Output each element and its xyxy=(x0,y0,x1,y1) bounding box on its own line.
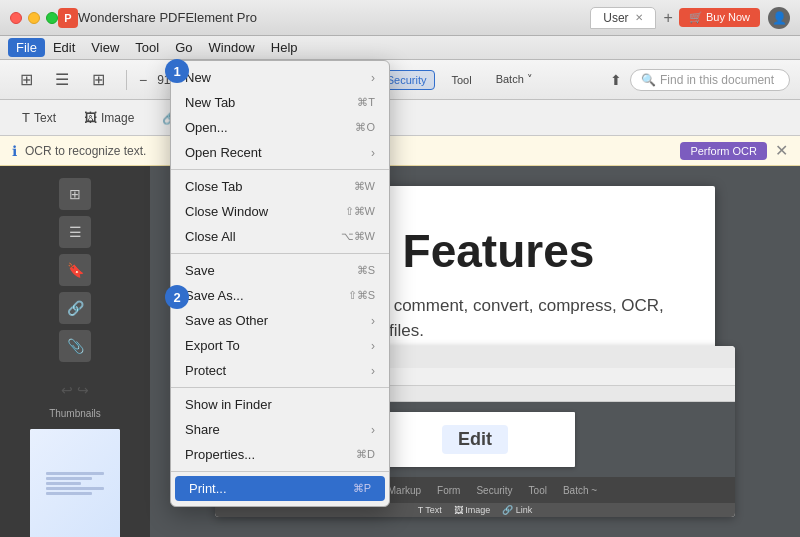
grid-button[interactable]: ⊞ xyxy=(82,64,114,96)
menu-item-share[interactable]: Share › xyxy=(171,417,389,442)
thumb-line xyxy=(46,477,92,480)
new-tab-button[interactable]: + xyxy=(658,7,679,29)
sidebar-toggle-button[interactable]: ⊞ xyxy=(10,64,42,96)
pages-tool[interactable]: ⊞ xyxy=(59,178,91,210)
search-box[interactable]: 🔍 Find in this document xyxy=(630,69,790,91)
menu-item-save-as[interactable]: Save As... ⇧⌘S xyxy=(171,283,389,308)
menu-separator xyxy=(171,471,389,472)
menu-separator xyxy=(171,169,389,170)
thumbnail-page-5[interactable]: 5 xyxy=(30,429,120,537)
search-icon: 🔍 xyxy=(641,73,656,87)
redo-button[interactable]: ↪ xyxy=(77,382,89,398)
menu-item-open-recent[interactable]: Open Recent › xyxy=(171,140,389,165)
app-title: Wondershare PDFElement Pro xyxy=(78,10,590,25)
menu-item-properties[interactable]: Properties... ⌘D xyxy=(171,442,389,467)
mini-page: Edit xyxy=(375,412,575,467)
image-button[interactable]: 🖼 Image xyxy=(74,107,144,128)
toolbar-view-buttons: ⊞ ☰ ⊞ xyxy=(10,64,114,96)
menu-item-save-as-other[interactable]: Save as Other › xyxy=(171,308,389,333)
menu-item-label: Close All xyxy=(185,229,236,244)
thumb-line xyxy=(46,482,80,485)
menu-separator xyxy=(171,253,389,254)
menu-item-save[interactable]: Save ⌘S xyxy=(171,258,389,283)
titlebar: P Wondershare PDFElement Pro User ✕ + 🛒 … xyxy=(0,0,800,36)
menu-item-close-all[interactable]: Close All ⌥⌘W xyxy=(171,224,389,249)
badge-1: 1 xyxy=(165,59,189,83)
mini-edit-text: Edit xyxy=(442,425,508,454)
tab-user[interactable]: User ✕ xyxy=(590,7,655,29)
thumbnail-list: 5 6 xyxy=(30,429,120,537)
shortcut-label: ⌘W xyxy=(354,180,375,193)
menu-file[interactable]: File xyxy=(8,38,45,57)
info-icon: ℹ xyxy=(12,143,17,159)
shortcut-label: ⌘P xyxy=(353,482,371,495)
share-icon[interactable]: ⬆ xyxy=(610,72,622,88)
menu-item-open[interactable]: Open... ⌘O xyxy=(171,115,389,140)
editbar: T Text 🖼 Image 🔗 Link xyxy=(0,100,800,136)
toolbar: ⊞ ☰ ⊞ − 91% + Edit Markup Form Security … xyxy=(0,60,800,100)
thumbnails-label: Thumbnails xyxy=(49,408,101,419)
links-tool[interactable]: 🔗 xyxy=(59,292,91,324)
undo-redo: ↩ ↪ xyxy=(61,382,89,398)
titlebar-right: 🛒 Buy Now 👤 xyxy=(679,7,790,29)
undo-button[interactable]: ↩ xyxy=(61,382,73,398)
file-dropdown-menu: New › New Tab ⌘T Open... ⌘O Open Recent … xyxy=(170,60,390,507)
mini-bottom-markup: Markup xyxy=(388,485,421,496)
thumbnail-5-content xyxy=(30,429,120,537)
menu-item-new[interactable]: New › xyxy=(171,65,389,90)
zoom-out-button[interactable]: − xyxy=(139,72,147,88)
bookmarks-tool[interactable]: ☰ xyxy=(59,216,91,248)
menu-item-label: Share xyxy=(185,422,220,437)
tab-tool[interactable]: Tool xyxy=(443,71,479,89)
menu-item-export-to[interactable]: Export To › xyxy=(171,333,389,358)
menu-view[interactable]: View xyxy=(83,38,127,57)
submenu-arrow-icon: › xyxy=(371,339,375,353)
menu-item-label: Protect xyxy=(185,363,226,378)
shortcut-label: ⇧⌘W xyxy=(345,205,375,218)
buy-now-button[interactable]: 🛒 Buy Now xyxy=(679,8,760,27)
menu-window[interactable]: Window xyxy=(201,38,263,57)
thumb-line xyxy=(46,472,103,475)
menu-item-label: Open Recent xyxy=(185,145,262,160)
tab-close-icon[interactable]: ✕ xyxy=(635,12,643,23)
menu-item-label: Save as Other xyxy=(185,313,268,328)
menu-item-print[interactable]: Print... ⌘P xyxy=(175,476,385,501)
ocr-close-icon[interactable]: ✕ xyxy=(775,141,788,160)
close-button[interactable] xyxy=(10,12,22,24)
mini-sub-link: 🔗 Link xyxy=(502,505,532,515)
menu-item-show-in-finder[interactable]: Show in Finder xyxy=(171,392,389,417)
tab-batch[interactable]: Batch ˅ xyxy=(488,70,541,89)
menu-item-label: Open... xyxy=(185,120,228,135)
menu-item-new-tab[interactable]: New Tab ⌘T xyxy=(171,90,389,115)
badge-2: 2 xyxy=(165,285,189,309)
minimize-button[interactable] xyxy=(28,12,40,24)
image-icon: 🖼 xyxy=(84,110,97,125)
menu-go[interactable]: Go xyxy=(167,38,200,57)
layout-button[interactable]: ☰ xyxy=(46,64,78,96)
user-avatar[interactable]: 👤 xyxy=(768,7,790,29)
menu-item-close-tab[interactable]: Close Tab ⌘W xyxy=(171,174,389,199)
shortcut-label: ⇧⌘S xyxy=(348,289,375,302)
sidebar-tools: ⊞ ☰ 🔖 🔗 📎 xyxy=(0,174,150,366)
menu-edit[interactable]: Edit xyxy=(45,38,83,57)
shortcut-label: ⌘T xyxy=(357,96,375,109)
perform-ocr-button[interactable]: Perform OCR xyxy=(680,142,767,160)
maximize-button[interactable] xyxy=(46,12,58,24)
annotations-tool[interactable]: 🔖 xyxy=(59,254,91,286)
menubar: File Edit View Tool Go Window Help xyxy=(0,36,800,60)
tab-bar: User ✕ + xyxy=(590,7,679,29)
menu-item-close-window[interactable]: Close Window ⇧⌘W xyxy=(171,199,389,224)
mini-sub-image: 🖼 Image xyxy=(454,505,491,515)
submenu-arrow-icon: › xyxy=(371,364,375,378)
text-icon: T xyxy=(22,110,30,125)
attachments-tool[interactable]: 📎 xyxy=(59,330,91,362)
mini-bottom-form: Form xyxy=(437,485,460,496)
menu-item-protect[interactable]: Protect › xyxy=(171,358,389,383)
menu-tool[interactable]: Tool xyxy=(127,38,167,57)
text-button[interactable]: T Text xyxy=(12,107,66,128)
menu-help[interactable]: Help xyxy=(263,38,306,57)
menu-item-label: Close Tab xyxy=(185,179,243,194)
sidebar: ⊞ ☰ 🔖 🔗 📎 ↩ ↪ Thumbnails xyxy=(0,166,150,537)
mini-bottom-security: Security xyxy=(476,485,512,496)
text-label: Text xyxy=(34,111,56,125)
